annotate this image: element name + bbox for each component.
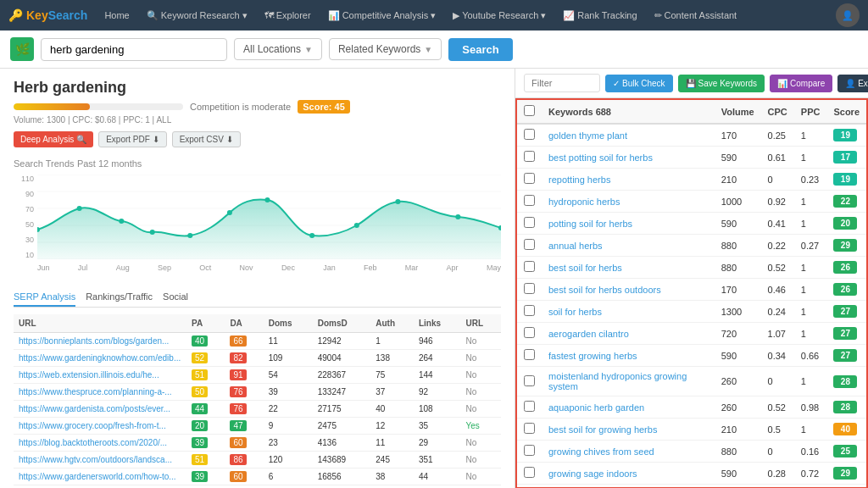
kw-cpc: 0.52 [761,396,794,419]
nav-youtube[interactable]: ▶ Youtube Research ▾ [446,0,553,30]
kw-keyword[interactable]: soil for herbs [542,301,715,323]
cell-url[interactable]: https://www.hgtv.com/outdoors/landsca... [14,452,186,469]
kw-score: 19 [826,124,866,147]
cell-url[interactable]: https://www.thespruce.com/planning-a-... [14,384,186,401]
chart-subtitle: Past 12 months [77,158,142,169]
kw-keyword[interactable]: aerogarden cilantro [542,323,715,345]
kw-checkbox[interactable] [524,423,535,434]
cell-domsd: 12942 [313,333,371,350]
kw-checkbox[interactable] [524,349,535,360]
bulk-check-button[interactable]: ✓ Bulk Check [605,75,673,92]
kw-checkbox[interactable] [524,283,535,294]
location-dropdown[interactable]: All Locations ▼ [234,38,322,60]
svg-point-11 [227,210,232,215]
cell-doms: 54 [264,367,313,384]
kw-keyword[interactable]: hydroponic herbs [542,191,715,213]
kw-keyword[interactable]: fastest growing herbs [542,345,715,367]
kw-checkbox[interactable] [524,261,535,272]
list-item: annual herbs 880 0.22 0.27 29 [517,235,866,257]
filter-input[interactable] [524,74,600,92]
nav-home[interactable]: Home [97,0,136,30]
cell-da: 47 [225,418,263,435]
svg-point-16 [455,214,460,219]
kw-keyword[interactable]: moistenland hydroponics growing system [542,367,715,396]
kw-cpc: 0 [761,441,794,463]
kw-keyword[interactable]: herbs that can be planted together [542,485,715,489]
kw-cpc: 0.34 [761,345,794,367]
kw-keyword[interactable]: aquaponic herb garden [542,396,715,419]
tab-rankings-traffic[interactable]: Rankings/Traffic [86,288,153,307]
kw-keyword[interactable]: best potting soil for herbs [542,147,715,169]
nav-competitive[interactable]: 📊 Competitive Analysis ▾ [321,0,443,30]
search-button[interactable]: Search [448,38,512,61]
cell-links: 35 [414,418,461,435]
kw-cpc: 0.5 [761,419,794,441]
nav-rank-tracking[interactable]: 📈 Rank Tracking [556,0,643,30]
nav-keyword-research[interactable]: 🔍 Keyword Research ▾ [140,0,254,30]
kw-keyword[interactable]: best soil for growing herbs [542,419,715,441]
kw-checkbox[interactable] [524,151,535,162]
export-pdf-button[interactable]: Export PDF ⬇ [98,131,166,147]
cell-url[interactable]: https://blog.backtotheroots.com/2020/... [14,435,186,452]
kw-keyword[interactable]: golden thyme plant [542,124,715,147]
chart-title: Search Trends Past 12 months [14,158,501,169]
type-dropdown[interactable]: Related Keywords ▼ [329,38,442,60]
cell-url2: No [461,469,501,485]
nav-explorer[interactable]: 🗺 Explorer [258,0,318,30]
brand-logo[interactable]: 🔑 KeySearch [8,8,87,22]
kw-checkbox[interactable] [524,327,535,338]
deep-analysis-button[interactable]: Deep Analysis 🔍 [14,131,93,147]
kw-keyword[interactable]: repotting herbs [542,169,715,191]
cell-url[interactable]: https://www.gardenista.com/posts/ever... [14,401,186,418]
kw-checkbox[interactable] [524,217,535,228]
compare-button[interactable]: 📊 Compare [770,75,832,92]
cell-url[interactable]: https://www.grocery.coop/fresh-from-t... [14,418,186,435]
kw-checkbox[interactable] [524,305,535,316]
kw-keyword[interactable]: annual herbs [542,235,715,257]
list-item: fastest growing herbs 590 0.34 0.66 27 [517,345,866,367]
cell-url2: No [461,435,501,452]
cell-auth: 38 [370,469,414,485]
tab-social[interactable]: Social [163,288,188,307]
export-button[interactable]: 👤 Export ▾ [837,75,868,92]
cell-url[interactable]: https://web.extension.illinois.edu/he... [14,367,186,384]
kw-keyword[interactable]: growing sage indoors [542,463,715,485]
kw-checkbox[interactable] [524,129,535,140]
kw-checkbox[interactable] [524,401,535,412]
cell-links: 144 [414,367,461,384]
cell-url[interactable]: https://www.gardenersworld.com/how-to... [14,469,186,485]
kw-checkbox[interactable] [524,195,535,206]
kw-score: 26 [826,279,866,301]
table-row: https://bonnieplants.com/blogs/garden...… [14,333,501,350]
kw-keyword[interactable]: growing chives from seed [542,441,715,463]
export-csv-button[interactable]: Export CSV ⬇ [172,131,241,147]
cell-url[interactable]: https://bonnieplants.com/blogs/garden... [14,333,186,350]
type-label: Related Keywords [338,43,420,55]
col-links: Links [414,314,461,333]
kw-checkbox[interactable] [524,239,535,250]
kw-checkbox[interactable] [524,467,535,478]
svg-point-14 [354,223,359,228]
kw-volume: 880 [715,257,761,279]
cell-url[interactable]: https://www.gardeningknowhow.com/edib... [14,350,186,367]
kw-checkbox[interactable] [524,173,535,184]
select-all-checkbox[interactable] [524,105,535,116]
meta-row: Volume: 1300 | CPC: $0.68 | PPC: 1 | ALL [14,115,501,125]
list-item: hydroponic herbs 1000 0.92 1 22 [517,191,866,213]
kw-keyword[interactable]: potting soil for herbs [542,213,715,235]
kw-keyword[interactable]: best soil for herbs outdoors [542,279,715,301]
kw-checkbox[interactable] [524,445,535,456]
save-keywords-button[interactable]: 💾 Save Keywords [678,75,765,92]
col-keywords: Keywords 688 [542,100,715,124]
kw-checkbox[interactable] [524,375,535,386]
svg-point-13 [309,233,314,238]
cell-doms: 39 [264,384,313,401]
nav-content-assistant[interactable]: ✏ Content Assistant [648,0,744,30]
tab-serp-analysis[interactable]: SERP Analysis [14,288,75,307]
map-icon: 🗺 [264,10,274,20]
list-item: best soil for herbs outdoors 170 0.46 1 … [517,279,866,301]
table-row: https://www.gardeningknowhow.com/edib...… [14,350,501,367]
search-input[interactable] [41,38,227,61]
user-avatar[interactable]: 👤 [836,3,860,27]
kw-keyword[interactable]: best soil for herbs [542,257,715,279]
